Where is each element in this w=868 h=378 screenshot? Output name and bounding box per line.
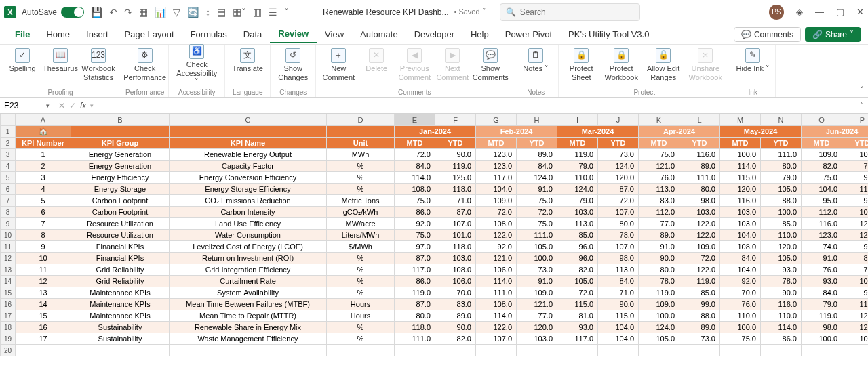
- col-header-J[interactable]: J: [598, 114, 639, 126]
- select-all-corner[interactable]: [1, 114, 16, 126]
- col-header-M[interactable]: M: [720, 114, 761, 126]
- table-row[interactable]: 1210Financial KPIsReturn on Investment (…: [1, 253, 869, 264]
- hideink-button[interactable]: ✎Hide Ink ˅: [734, 46, 771, 75]
- qat-more-icon[interactable]: ˅: [284, 7, 289, 18]
- tab-developer[interactable]: Developer: [406, 26, 462, 43]
- diamond-icon[interactable]: ◈: [796, 7, 803, 17]
- tab-formulas[interactable]: Formulas: [182, 26, 235, 43]
- table-row[interactable]: 1513Maintenance KPIsSystem Availability%…: [1, 287, 869, 299]
- name-box-dropdown-icon[interactable]: ▾: [46, 102, 50, 109]
- fx-icon[interactable]: fx: [80, 101, 86, 110]
- row-header-1[interactable]: 1: [1, 126, 16, 138]
- row-header[interactable]: 12: [1, 253, 16, 264]
- qat-sum-dd-icon[interactable]: ▦˅: [233, 7, 246, 18]
- table-row[interactable]: 1614Maintenance KPIsMean Time Between Fa…: [1, 299, 869, 310]
- table-row[interactable]: 108Resource UtilizationWater Consumption…: [1, 230, 869, 241]
- col-header-D[interactable]: D: [327, 114, 395, 126]
- tab-view[interactable]: View: [317, 26, 352, 43]
- pwb-button[interactable]: 🔒Protect Workbook: [601, 46, 642, 83]
- search-input[interactable]: [520, 7, 635, 17]
- col-header-N[interactable]: N: [761, 114, 802, 126]
- col-header-P[interactable]: P: [842, 114, 869, 126]
- close-button[interactable]: ✕: [856, 7, 864, 17]
- perf-button[interactable]: ⚙Check Performance: [127, 46, 163, 83]
- qat-pivot-icon[interactable]: ▤: [217, 7, 226, 18]
- tab-file[interactable]: File: [7, 26, 38, 43]
- row-header[interactable]: 6: [1, 184, 16, 195]
- wbstats-button[interactable]: 123Workbook Statistics: [80, 46, 117, 83]
- save-icon[interactable]: 💾: [91, 7, 102, 18]
- maximize-button[interactable]: ▢: [836, 7, 844, 17]
- col-header-A[interactable]: A: [16, 114, 71, 126]
- table-row[interactable]: 1412Grid ReliabilityCurtailment Rate%86.…: [1, 276, 869, 287]
- table-row[interactable]: 1816SustainabilityRenewable Share in Ene…: [1, 322, 869, 333]
- ribbon-collapse-icon[interactable]: ˅: [860, 85, 864, 94]
- row-header[interactable]: 20: [1, 345, 16, 356]
- tab-insert[interactable]: Insert: [78, 26, 117, 43]
- notes-button[interactable]: 🗒Notes ˅: [517, 46, 554, 75]
- tab-help[interactable]: Help: [462, 26, 497, 43]
- table-row[interactable]: 64Energy StorageEnergy Storage Efficienc…: [1, 184, 869, 195]
- share-button[interactable]: 🔗 Share ˅: [805, 27, 861, 42]
- newc-button[interactable]: ＋New Comment: [320, 46, 357, 83]
- row-header[interactable]: 9: [1, 218, 16, 230]
- table-row[interactable]: 53Energy EfficiencyEnergy Conversion Eff…: [1, 172, 869, 184]
- qat-borders-icon[interactable]: ▦: [139, 7, 148, 18]
- home-icon-cell[interactable]: 🏠: [16, 126, 71, 138]
- aer-button[interactable]: 🔓Allow Edit Ranges: [643, 46, 684, 83]
- col-header-K[interactable]: K: [639, 114, 679, 126]
- row-header[interactable]: 16: [1, 299, 16, 310]
- table-row[interactable]: 42Energy GenerationCapacity Factor%84.01…: [1, 161, 869, 172]
- row-header[interactable]: 13: [1, 264, 16, 276]
- row-header[interactable]: 3: [1, 149, 16, 161]
- saved-status[interactable]: • Saved ˅: [454, 7, 486, 16]
- table-row[interactable]: 1917SustainabilityWaste Management Effic…: [1, 333, 869, 345]
- qat-sort-icon[interactable]: ↕: [205, 7, 210, 18]
- row-header[interactable]: 14: [1, 276, 16, 287]
- table-row[interactable]: 1715Maintenance KPIsMean Time to Repair …: [1, 310, 869, 322]
- access-button[interactable]: ♿Check Accessibility ˅: [173, 42, 220, 88]
- search-box[interactable]: 🔍: [500, 3, 641, 21]
- tab-pk-s-utility-tool-v3-0[interactable]: PK's Utility Tool V3.0: [560, 26, 657, 43]
- redo-icon[interactable]: ↷: [124, 7, 132, 18]
- table-row[interactable]: 75Carbon FootprintCO₂ Emissions Reductio…: [1, 195, 869, 207]
- formula-accept-icon[interactable]: ✓: [69, 101, 76, 110]
- col-header-I[interactable]: I: [557, 114, 598, 126]
- row-header[interactable]: 7: [1, 195, 16, 207]
- tab-page-layout[interactable]: Page Layout: [117, 26, 182, 43]
- row-header[interactable]: 15: [1, 287, 16, 299]
- col-header-G[interactable]: G: [476, 114, 517, 126]
- tab-review[interactable]: Review: [270, 25, 317, 43]
- col-header-F[interactable]: F: [435, 114, 476, 126]
- tab-power-pivot[interactable]: Power Pivot: [497, 26, 560, 43]
- table-row[interactable]: 31Energy GenerationRenewable Energy Outp…: [1, 149, 869, 161]
- qat-form-icon[interactable]: ☰: [269, 7, 277, 18]
- minimize-button[interactable]: —: [815, 7, 824, 17]
- col-header-B[interactable]: B: [71, 114, 170, 126]
- qat-filter-icon[interactable]: ▽: [173, 7, 180, 18]
- row-header[interactable]: 11: [1, 241, 16, 253]
- row-header[interactable]: 10: [1, 230, 16, 241]
- table-row[interactable]: 97Resource UtilizationLand Use Efficienc…: [1, 218, 869, 230]
- qat-chart-icon[interactable]: 📊: [155, 7, 166, 18]
- col-header-O[interactable]: O: [802, 114, 842, 126]
- formula-cancel-icon[interactable]: ✕: [58, 101, 65, 110]
- formula-expand-icon[interactable]: ˅: [856, 102, 868, 109]
- col-header-H[interactable]: H: [517, 114, 557, 126]
- tab-home[interactable]: Home: [38, 26, 78, 43]
- row-header[interactable]: 18: [1, 322, 16, 333]
- col-header-E[interactable]: E: [395, 114, 435, 126]
- user-avatar[interactable]: PS: [769, 5, 784, 20]
- autosave-toggle[interactable]: [61, 7, 84, 18]
- row-header[interactable]: 17: [1, 310, 16, 322]
- tab-data[interactable]: Data: [235, 26, 270, 43]
- file-name[interactable]: Renewable Resource KPI Dashb...: [323, 7, 448, 17]
- psheet-button[interactable]: 🔒Protect Sheet: [563, 46, 599, 83]
- showc-button[interactable]: 💬Show Comments: [472, 46, 509, 83]
- row-header-2[interactable]: 2: [1, 138, 16, 149]
- comments-button[interactable]: 💬 Comments: [734, 27, 801, 42]
- row-header[interactable]: 5: [1, 172, 16, 184]
- qat-refresh-icon[interactable]: 🔄: [187, 7, 199, 18]
- table-row[interactable]: 1311Grid ReliabilityGrid Integration Eff…: [1, 264, 869, 276]
- qat-table-icon[interactable]: ▥: [253, 7, 262, 18]
